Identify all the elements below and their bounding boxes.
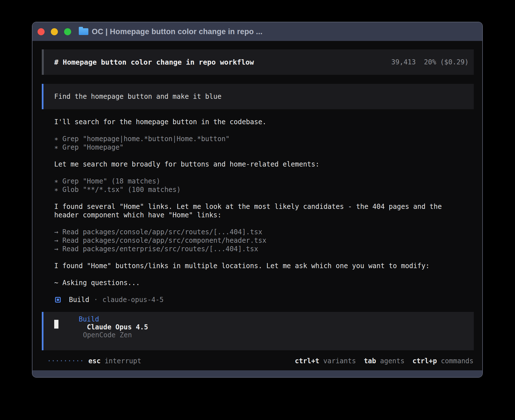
terminal-window: OC | Homepage button color change in rep…	[32, 22, 483, 378]
window-title: OC | Homepage button color change in rep…	[92, 27, 263, 36]
conversation-block: I'll search for the homepage button in t…	[54, 118, 472, 126]
hint-key: tab	[364, 357, 376, 365]
status-bar: ········· escinterrupt ctrl+tvariantstab…	[47, 357, 473, 365]
conversation-line: I found "Home" buttons/links in multiple…	[54, 262, 472, 270]
conversation-block: I found several "Home" links. Let me loo…	[54, 202, 472, 219]
conversation-block: ~ Asking questions...	[54, 279, 472, 287]
user-message: Find the homepage button and make it blu…	[42, 84, 474, 109]
window-bottom-edge	[32, 370, 482, 377]
conversation-block: I found "Home" buttons/links in multiple…	[54, 262, 472, 270]
hint-key: esc	[88, 357, 101, 365]
conversation-line: ∗ Grep "Homepage"	[54, 143, 472, 152]
keyboard-hint: tabagents	[364, 357, 405, 365]
context-percent: 20%	[424, 58, 436, 66]
session-header: # Homepage button color change in repo w…	[42, 49, 474, 75]
agent-separator: ·	[94, 296, 98, 304]
conversation-block: ∗ Grep "Home" (18 matches)∗ Glob "**/*.t…	[54, 177, 472, 194]
input-footer: Build Claude Opus 4.5 OpenCode Zen	[54, 307, 148, 347]
session-header-border	[42, 49, 44, 75]
keyboard-hint: ctrl+tvariants	[295, 357, 356, 365]
conversation-line: → Read packages/console/app/src/routes/[…	[54, 228, 472, 236]
provider-label: OpenCode Zen	[83, 331, 132, 339]
conversation-line: I found several "Home" links. Let me loo…	[54, 202, 472, 211]
agent-status-row: Build·claude-opus-4-5	[54, 296, 472, 304]
conversation-line: I'll search for the homepage button in t…	[54, 118, 472, 126]
session-cost: ($0.29)	[440, 58, 469, 66]
agent-mode-label[interactable]: Build	[79, 315, 99, 323]
conversation: I'll search for the homepage button in t…	[54, 118, 472, 304]
conversation-line: → Read packages/enterprise/src/routes/[.…	[54, 245, 472, 253]
keyboard-hint: ctrl+pcommands	[413, 357, 473, 365]
title-bar[interactable]: OC | Homepage button color change in rep…	[32, 22, 482, 41]
session-title: # Homepage button color change in repo w…	[54, 58, 254, 66]
agent-icon	[55, 297, 61, 303]
model-label[interactable]: Claude Opus 4.5	[87, 323, 148, 331]
token-count: 39,413	[391, 58, 416, 66]
folder-icon	[79, 28, 88, 35]
conversation-line: Let me search more broadly for buttons a…	[54, 160, 472, 169]
agent-model: claude-opus-4-5	[102, 296, 164, 304]
close-button[interactable]	[38, 28, 45, 35]
agent-name: Build	[69, 296, 89, 304]
session-stats: 39,41320%($0.29)	[391, 58, 469, 66]
status-bar-left: ········· escinterrupt	[47, 357, 141, 365]
conversation-line: ~ Asking questions...	[54, 279, 472, 287]
conversation-block: ∗ Grep "homepage|home.*button|Home.*butt…	[54, 135, 472, 152]
conversation-line: ∗ Glob "**/*.tsx" (100 matches)	[54, 185, 472, 194]
hint-label: interrupt	[104, 357, 141, 365]
conversation-line: → Read packages/console/app/src/componen…	[54, 236, 472, 245]
conversation-line: ∗ Grep "Home" (18 matches)	[54, 177, 472, 185]
hint-key: ctrl+t	[295, 357, 319, 365]
user-message-text: Find the homepage button and make it blu…	[54, 93, 221, 100]
conversation-block: Let me search more broadly for buttons a…	[54, 160, 472, 169]
hint-label: variants	[323, 357, 356, 365]
maximize-button[interactable]	[64, 28, 71, 35]
conversation-block: → Read packages/console/app/src/routes/[…	[54, 228, 472, 253]
keyboard-hint: escinterrupt	[88, 357, 141, 365]
input-accent-border	[42, 312, 43, 350]
user-message-accent-border	[42, 84, 43, 109]
status-bar-right: ctrl+tvariantstabagentsctrl+pcommands	[295, 357, 473, 365]
minimize-button[interactable]	[51, 28, 58, 35]
conversation-line: ∗ Grep "homepage|home.*button|Home.*butt…	[54, 135, 472, 143]
hint-key: ctrl+p	[413, 357, 437, 365]
spinner-dots: ·········	[47, 357, 84, 365]
prompt-input[interactable]: Build Claude Opus 4.5 OpenCode Zen	[42, 312, 474, 350]
hint-label: commands	[441, 357, 473, 365]
hint-label: agents	[380, 357, 405, 365]
conversation-line: header component which have "Home" links…	[54, 211, 472, 219]
